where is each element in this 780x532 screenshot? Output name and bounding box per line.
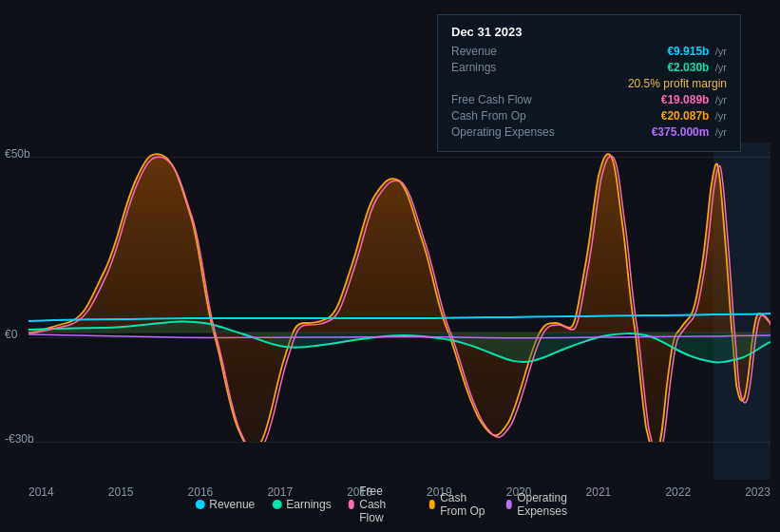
tooltip-value-cashfromop: €20.087b bbox=[661, 109, 710, 123]
x-label-2015: 2015 bbox=[108, 485, 134, 499]
tooltip-date: Dec 31 2023 bbox=[451, 25, 727, 39]
legend-label-cashfromop: Cash From Op bbox=[440, 491, 488, 518]
tooltip-suffix-earnings: /yr bbox=[715, 62, 727, 73]
legend-item-fcf[interactable]: Free Cash Flow bbox=[349, 484, 412, 524]
legend-dot-revenue bbox=[195, 500, 204, 509]
legend-label-earnings: Earnings bbox=[286, 498, 331, 511]
tooltip-row-opex: Operating Expenses €375.000m /yr bbox=[451, 125, 727, 139]
legend-label-opex: Operating Expenses bbox=[517, 491, 585, 518]
grid-line-bottom bbox=[29, 442, 770, 443]
legend-dot-fcf bbox=[349, 500, 355, 509]
tooltip-value-earnings: €2.030b bbox=[667, 61, 709, 74]
tooltip-value-revenue: €9.915b bbox=[667, 45, 709, 58]
main-chart-svg bbox=[29, 147, 770, 442]
tooltip-label-fcf: Free Cash Flow bbox=[451, 93, 565, 106]
tooltip-suffix-fcf: /yr bbox=[715, 94, 727, 105]
tooltip-row-cashfromop: Cash From Op €20.087b /yr bbox=[451, 109, 727, 123]
x-label-2022: 2022 bbox=[665, 485, 691, 499]
x-label-2023: 2023 bbox=[745, 485, 770, 499]
tooltip-label-revenue: Revenue bbox=[451, 45, 565, 58]
legend-dot-earnings bbox=[272, 500, 281, 509]
tooltip-panel: Dec 31 2023 Revenue €9.915b /yr Earnings… bbox=[437, 14, 741, 152]
x-label-2021: 2021 bbox=[586, 485, 612, 499]
tooltip-suffix-opex: /yr bbox=[715, 126, 727, 138]
legend-item-opex[interactable]: Operating Expenses bbox=[506, 491, 585, 518]
tooltip-label-earnings: Earnings bbox=[451, 61, 565, 74]
legend-item-cashfromop[interactable]: Cash From Op bbox=[429, 491, 489, 518]
legend-item-earnings[interactable]: Earnings bbox=[272, 498, 331, 511]
x-label-2014: 2014 bbox=[29, 485, 54, 499]
legend-label-revenue: Revenue bbox=[209, 498, 255, 511]
tooltip-suffix-cashfromop: /yr bbox=[715, 110, 727, 122]
tooltip-label-cashfromop: Cash From Op bbox=[451, 109, 565, 123]
tooltip-value-fcf: €19.089b bbox=[661, 93, 710, 106]
chart-container: €50b €0 -€30b bbox=[0, 0, 780, 532]
legend-dot-opex bbox=[506, 500, 513, 509]
y-label-50b: €50b bbox=[5, 147, 30, 161]
y-label-0: €0 bbox=[5, 328, 17, 341]
tooltip-label-opex: Operating Expenses bbox=[451, 125, 565, 139]
tooltip-profit-margin: 20.5% profit margin bbox=[628, 77, 727, 90]
tooltip-row-earnings: Earnings €2.030b /yr bbox=[451, 61, 727, 74]
tooltip-value-opex: €375.000m bbox=[652, 125, 710, 139]
legend-label-fcf: Free Cash Flow bbox=[359, 484, 411, 524]
tooltip-suffix-revenue: /yr bbox=[715, 46, 727, 57]
tooltip-row-fcf: Free Cash Flow €19.089b /yr bbox=[451, 93, 727, 106]
tooltip-row-revenue: Revenue €9.915b /yr bbox=[451, 45, 727, 58]
chart-legend: Revenue Earnings Free Cash Flow Cash Fro… bbox=[195, 484, 585, 524]
legend-dot-cashfromop bbox=[429, 500, 436, 509]
tooltip-row-margin: 20.5% profit margin bbox=[451, 77, 727, 90]
legend-item-revenue[interactable]: Revenue bbox=[195, 498, 255, 511]
